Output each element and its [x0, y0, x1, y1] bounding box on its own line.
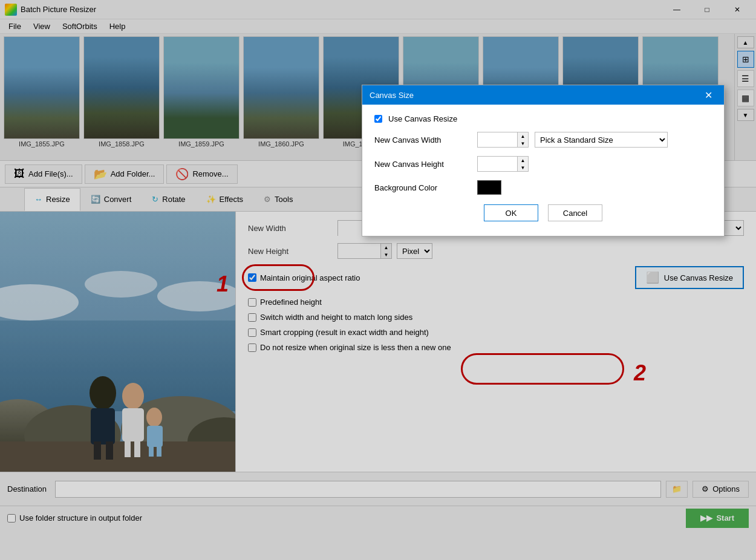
dialog-title: Canvas Size [370, 91, 700, 100]
dialog-height-input[interactable]: 1024 [478, 157, 517, 171]
dialog-close-button[interactable]: ✕ [700, 86, 717, 103]
use-canvas-resize-dialog-label: Use Canvas Resize [388, 114, 457, 123]
dialog-bg-color-row: Background Color [374, 180, 712, 195]
dialog-cancel-button[interactable]: Cancel [548, 204, 602, 221]
dialog-body: Use Canvas Resize New Canvas Width 1280 … [362, 105, 724, 236]
dialog-height-row: New Canvas Height 1024 ▲ ▼ [374, 156, 712, 172]
dialog-height-label: New Canvas Height [374, 160, 471, 169]
canvas-size-dialog: Canvas Size ✕ Use Canvas Resize New Canv… [362, 85, 725, 236]
use-canvas-resize-dialog-checkbox[interactable] [374, 115, 382, 123]
use-canvas-resize-row: Use Canvas Resize [374, 114, 712, 123]
dialog-ok-button[interactable]: OK [484, 204, 538, 221]
dialog-height-input-group: 1024 ▲ ▼ [477, 156, 529, 172]
dialog-height-spin-down[interactable]: ▼ [518, 164, 528, 171]
bg-color-swatch[interactable] [477, 180, 501, 195]
dialog-title-bar: Canvas Size ✕ [362, 85, 724, 105]
dialog-standard-size-select[interactable]: Pick a Standard Size [535, 132, 668, 148]
dialog-overlay: Canvas Size ✕ Use Canvas Resize New Canv… [0, 0, 756, 560]
dialog-width-input[interactable]: 1280 [478, 132, 517, 147]
dialog-width-spin-down[interactable]: ▼ [518, 140, 528, 147]
dialog-width-spin-up[interactable]: ▲ [518, 132, 528, 140]
dialog-width-input-group: 1280 ▲ ▼ [477, 132, 529, 148]
dialog-height-spin-up[interactable]: ▲ [518, 157, 528, 164]
dialog-width-label: New Canvas Width [374, 135, 471, 145]
dialog-buttons: OK Cancel [374, 204, 712, 226]
dialog-bg-label: Background Color [374, 183, 471, 192]
